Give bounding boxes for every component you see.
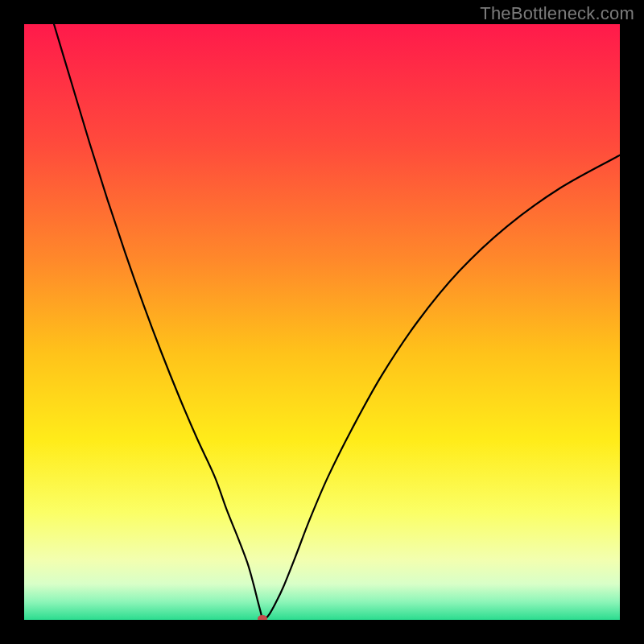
chart-frame: TheBottleneck.com [0,0,644,644]
plot-area [24,24,620,620]
chart-svg [24,24,620,620]
gradient-background [24,24,620,620]
watermark-text: TheBottleneck.com [480,3,634,24]
